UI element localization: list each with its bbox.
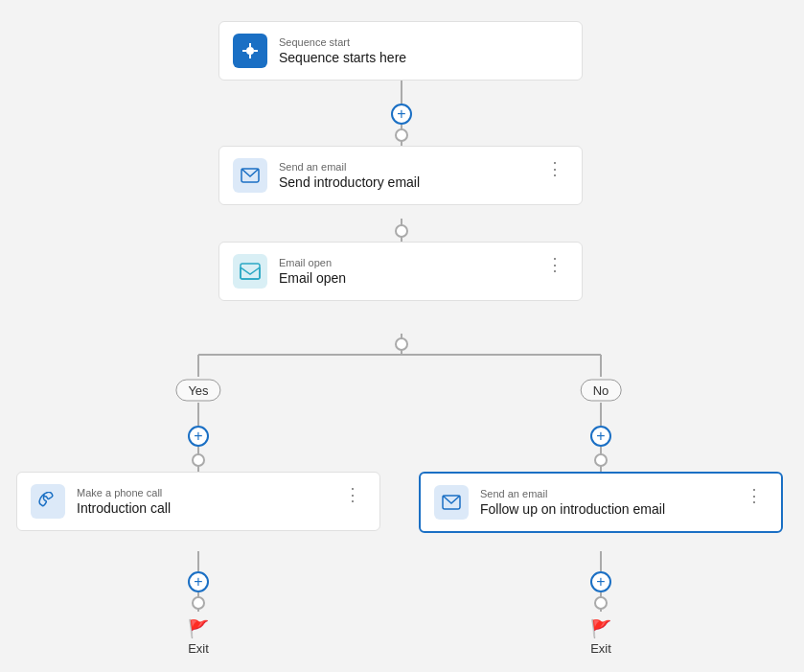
exit-left: 🚩 Exit [188, 618, 209, 656]
send-email-icon [233, 158, 267, 193]
phone-call-title: Introduction call [77, 500, 329, 516]
email-open-menu[interactable]: ⋮ [542, 254, 568, 275]
exit-left-label: Exit [188, 641, 209, 656]
circle-bottom-right [594, 596, 608, 610]
send-intro-label: Send an email [279, 161, 531, 173]
circle-no [594, 453, 608, 467]
follow-up-label: Send an email [480, 488, 730, 499]
follow-up-menu[interactable]: ⋮ [742, 485, 768, 506]
no-branch-label: No [581, 380, 622, 402]
plus-bottom-left[interactable]: + [188, 571, 209, 592]
circle-branch [395, 337, 408, 351]
plus-yes-branch[interactable]: + [188, 426, 209, 447]
sequence-start-icon [233, 34, 267, 68]
phone-call-card[interactable]: Make a phone call Introduction call ⋮ [16, 472, 380, 531]
flag-icon-left: 🚩 [188, 618, 209, 639]
svg-rect-21 [241, 264, 260, 279]
plus-after-start[interactable]: + [391, 104, 412, 125]
send-intro-text: Send an email Send introductory email [279, 161, 531, 190]
exit-right: 🚩 Exit [590, 618, 611, 656]
follow-up-text: Send an email Follow up on introduction … [480, 488, 730, 517]
sequence-start-label: Sequence start [279, 36, 568, 48]
plus-no-branch[interactable]: + [590, 426, 611, 447]
send-intro-menu[interactable]: ⋮ [542, 158, 568, 179]
svg-point-15 [246, 47, 254, 55]
phone-call-menu[interactable]: ⋮ [340, 484, 366, 505]
email-open-icon [233, 254, 267, 289]
sequence-start-card[interactable]: Sequence start Sequence starts here [218, 21, 583, 81]
follow-up-title: Follow up on introduction email [480, 501, 730, 517]
circle-bottom-left [192, 596, 205, 610]
email-open-card[interactable]: Email open Email open ⋮ [218, 242, 583, 301]
flag-icon-right: 🚩 [590, 618, 611, 639]
circle-yes [192, 453, 205, 467]
exit-right-label: Exit [590, 641, 611, 656]
email-open-text: Email open Email open [279, 257, 531, 286]
sequence-start-title: Sequence starts here [279, 50, 568, 65]
phone-call-icon [31, 484, 65, 519]
follow-up-card[interactable]: Send an email Follow up on introduction … [419, 472, 783, 533]
email-open-title: Email open [279, 270, 531, 286]
circle-1 [395, 128, 408, 142]
follow-up-icon [434, 485, 469, 520]
send-intro-title: Send introductory email [279, 174, 531, 190]
plus-bottom-right[interactable]: + [590, 571, 611, 592]
yes-branch-label: Yes [175, 380, 220, 402]
email-open-label: Email open [279, 257, 531, 268]
phone-call-label: Make a phone call [77, 487, 329, 498]
circle-2 [395, 224, 408, 238]
send-intro-card[interactable]: Send an email Send introductory email ⋮ [218, 146, 583, 205]
phone-call-text: Make a phone call Introduction call [77, 487, 329, 516]
sequence-start-text: Sequence start Sequence starts here [279, 36, 568, 65]
